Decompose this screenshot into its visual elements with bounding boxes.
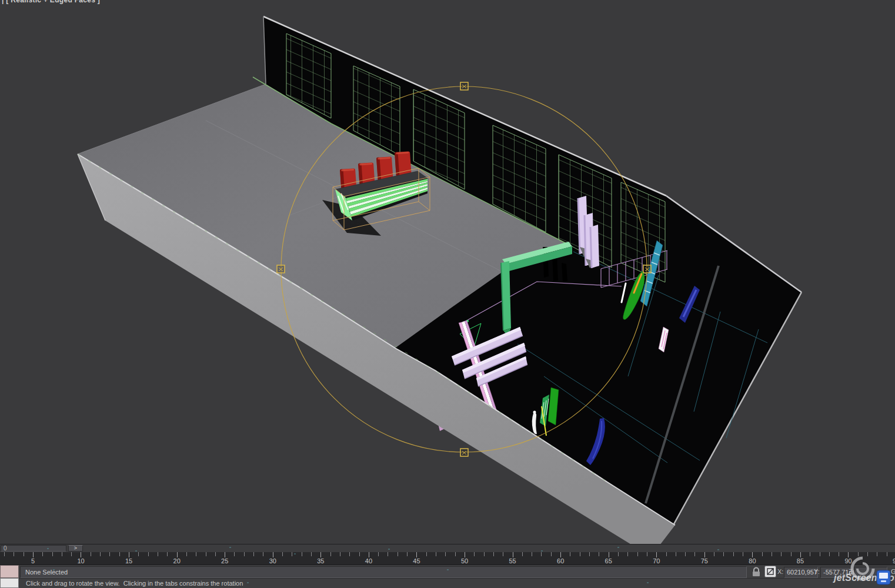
- ruler-tick: [282, 552, 283, 556]
- watermark-dot: [541, 550, 543, 552]
- time-slider[interactable]: 0: [1, 545, 66, 552]
- ruler-tick: [589, 552, 590, 556]
- ruler-tick: [320, 552, 321, 557]
- ruler-tick: [407, 552, 408, 556]
- ruler-tick: [436, 552, 436, 556]
- ruler-tick: [887, 552, 887, 556]
- time-slider-row: 0 >: [0, 544, 895, 552]
- ruler-tick: [484, 552, 485, 556]
- ruler-tick: [388, 552, 388, 556]
- viewport-shading-label[interactable]: | [ Realistic + Edged Faces ]: [2, 0, 100, 4]
- ruler-tick: [311, 552, 312, 556]
- ruler-tick: [206, 552, 206, 556]
- ruler-tick: [848, 552, 849, 557]
- ruler-tick: [772, 552, 772, 556]
- ruler-tick: [416, 552, 417, 557]
- 3ds-max-window: | [ Realistic + Edged Faces ] 0 > 510152…: [0, 0, 895, 588]
- ruler-frame-label: 55: [509, 557, 516, 564]
- ruler-tick: [647, 552, 647, 556]
- y-coord-label: Y:: [814, 568, 820, 575]
- absolute-mode-icon[interactable]: [764, 566, 776, 577]
- ruler-tick: [551, 552, 552, 556]
- next-frame-button[interactable]: >: [68, 545, 83, 552]
- maxscript-mini-listener-pink[interactable]: [0, 565, 19, 578]
- ruler-tick: [618, 552, 619, 556]
- ruler-frame-label: 40: [365, 557, 372, 564]
- prompt-line: Click and drag to rotate the view. Click…: [26, 580, 243, 587]
- ruler-tick: [426, 552, 427, 556]
- watermark-dot: [717, 549, 719, 550]
- ruler-tick: [627, 552, 628, 556]
- ruler-tick: [580, 552, 580, 556]
- ruler-frame-label: 65: [605, 557, 612, 564]
- watermark-dot: [388, 549, 390, 550]
- ruler-tick: [858, 552, 859, 556]
- ruler-tick: [541, 552, 542, 556]
- ruler-tick: [42, 552, 43, 556]
- watermark-dot: [135, 550, 137, 552]
- timeline-ruler[interactable]: 5101520253035404550556065707580859095: [0, 552, 895, 565]
- ruler-frame-label: 30: [269, 557, 276, 564]
- ruler-tick: [100, 552, 101, 556]
- selection-status-field: None Selected: [20, 566, 747, 578]
- ruler-frame-label: 95: [893, 557, 895, 564]
- ruler-tick: [474, 552, 475, 556]
- ruler-tick: [158, 552, 158, 556]
- ruler-tick: [148, 552, 149, 556]
- ruler-tick: [839, 552, 839, 556]
- ruler-tick: [570, 552, 570, 556]
- ruler-tick: [743, 552, 743, 556]
- watermark-dot: [229, 547, 231, 548]
- viewport-3d-scene[interactable]: [0, 0, 895, 544]
- ruler-tick: [867, 552, 868, 556]
- maxscript-mini-listener-white[interactable]: [0, 578, 19, 588]
- ruler-tick: [522, 552, 523, 556]
- selection-lock-icon[interactable]: [752, 566, 761, 577]
- ruler-tick: [791, 552, 792, 556]
- ruler-tick: [129, 552, 129, 557]
- ruler-tick: [676, 552, 676, 556]
- watermark-dot: [647, 582, 649, 583]
- ruler-tick: [455, 552, 456, 556]
- x-coord-label: X:: [777, 568, 783, 575]
- ruler-tick: [800, 552, 801, 557]
- ruler-tick: [24, 552, 24, 556]
- ruler-tick: [253, 552, 254, 556]
- ruler-tick: [781, 552, 782, 556]
- z-coord-field[interactable]: [854, 567, 887, 578]
- ruler-tick: [810, 552, 810, 556]
- ruler-tick: [234, 552, 235, 556]
- ruler-tick: [349, 552, 350, 556]
- ruler-frame-label: 75: [701, 557, 708, 564]
- ruler-tick: [340, 552, 340, 556]
- ruler-tick: [33, 552, 34, 557]
- ruler-tick: [167, 552, 168, 556]
- grid-label: G: [891, 568, 895, 575]
- ruler-tick: [666, 552, 667, 556]
- ruler-tick: [378, 552, 379, 556]
- ruler-tick: [560, 552, 561, 557]
- ruler-tick: [503, 552, 503, 556]
- ruler-tick: [398, 552, 398, 556]
- ruler-tick: [119, 552, 120, 556]
- ruler-tick: [62, 552, 62, 556]
- ruler-tick: [369, 552, 369, 557]
- ruler-tick: [109, 552, 110, 556]
- watermark-dot: [47, 548, 49, 549]
- ruler-tick: [225, 552, 225, 557]
- ruler-tick: [138, 552, 139, 556]
- watermark-dot: [53, 569, 55, 570]
- ruler-frame-label: 20: [173, 557, 181, 564]
- ruler-tick: [599, 552, 599, 556]
- ruler-tick: [532, 552, 532, 556]
- z-coord-label: Z:: [849, 568, 854, 575]
- ruler-frame-label: 70: [653, 557, 660, 564]
- ruler-tick: [829, 552, 830, 556]
- perspective-viewport[interactable]: | [ Realistic + Edged Faces ]: [0, 0, 895, 544]
- ruler-tick: [609, 552, 609, 557]
- ruler-tick: [81, 552, 81, 557]
- x-coord-field[interactable]: 60210,957: [784, 567, 818, 578]
- ruler-tick: [714, 552, 714, 556]
- ruler-tick: [513, 552, 513, 557]
- watermark-dot: [617, 547, 619, 548]
